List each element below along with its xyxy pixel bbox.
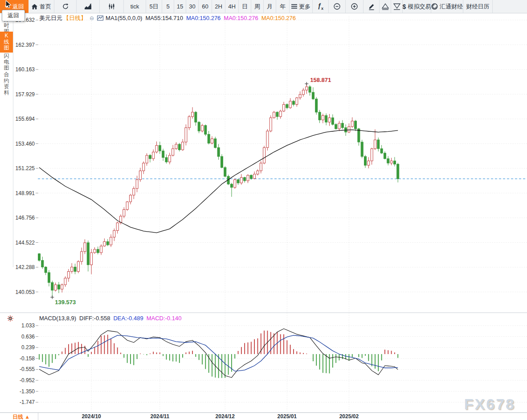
toolbar-line-chart-button[interactable] bbox=[77, 0, 100, 13]
back-button-label: 返回 bbox=[12, 3, 24, 11]
ma55-value: MA55:154.710 bbox=[145, 15, 183, 21]
sidebar-item-lightning-chart[interactable]: 闪 电 图 bbox=[0, 52, 13, 73]
price-axis-label: 162.397 bbox=[16, 42, 35, 48]
candle-body bbox=[335, 124, 337, 129]
symbol-name: 美元日元 bbox=[39, 15, 62, 21]
candle-body bbox=[286, 105, 288, 108]
chart-type-sidebar: 分 时 图K 线 图闪 电 图合 约 资 料 bbox=[0, 13, 13, 267]
candlestick-icon bbox=[108, 3, 115, 10]
candle-body bbox=[192, 112, 194, 117]
pencil-icon bbox=[368, 3, 375, 10]
dollar-icon: $ bbox=[403, 3, 406, 10]
indicator-settings-icon[interactable] bbox=[7, 315, 13, 323]
macd-legend: MACD(13,8,9)DIFF:-0.558DEA:-0.489MACD:-0… bbox=[39, 315, 184, 322]
toolbar-home-button[interactable]: 首页 bbox=[29, 0, 54, 13]
indicator-box-icon[interactable] bbox=[97, 15, 103, 21]
toolbar-5-button[interactable]: 5 bbox=[162, 0, 174, 13]
candle-body bbox=[113, 231, 115, 237]
toolbar-calendar-button[interactable]: 财经日历 bbox=[463, 0, 493, 13]
candle-body bbox=[322, 115, 324, 120]
toolbar-huitong-news-button[interactable]: 汇通财经 bbox=[431, 0, 463, 13]
candle-body bbox=[371, 149, 373, 161]
candle-body bbox=[244, 177, 246, 180]
mountain-chart-icon bbox=[84, 4, 92, 10]
x-axis-bar: 日线 ▲ 2024/102024/112024/122025/012025/02 bbox=[0, 412, 527, 420]
toolbar-15-label: 15 bbox=[177, 3, 183, 10]
toolbar-5d-button[interactable]: 5日 bbox=[146, 0, 162, 13]
candle-body bbox=[250, 175, 252, 178]
home-icon bbox=[31, 4, 38, 10]
toolbar-zoom-out-button[interactable] bbox=[329, 0, 346, 13]
toolbar-candlestick-button[interactable] bbox=[100, 0, 124, 13]
candle-body bbox=[110, 237, 112, 245]
toolbar-2h-button[interactable]: 2H bbox=[212, 0, 225, 13]
period-selector[interactable]: 日线 ▲ bbox=[12, 413, 30, 420]
back-tooltip: 返回 bbox=[2, 10, 25, 21]
toolbar-refresh-button[interactable] bbox=[54, 0, 77, 13]
x-axis-label: 2024/11 bbox=[147, 413, 173, 420]
toolbar-4h-button[interactable]: 4H bbox=[225, 0, 239, 13]
candle-body bbox=[211, 139, 213, 143]
candle-body bbox=[139, 171, 141, 180]
candle-body bbox=[133, 188, 135, 195]
period-label: 【日线】 bbox=[63, 15, 86, 21]
candle-body bbox=[377, 140, 380, 149]
price-axis-label: 153.460 bbox=[16, 141, 35, 147]
candle-body bbox=[361, 142, 363, 156]
toolbar-sim-trading-button[interactable]: $模拟交易 bbox=[403, 0, 431, 13]
candle-body bbox=[247, 175, 249, 180]
toolbar-more-button[interactable]: 更多 bbox=[290, 0, 313, 13]
toolbar-week-label: 周 bbox=[254, 3, 260, 11]
candle-body bbox=[315, 99, 318, 112]
toolbar-60-button[interactable]: 60 bbox=[199, 0, 212, 13]
toolbar-marker-down-button[interactable] bbox=[391, 0, 403, 13]
chart-canvas[interactable]: 164.632162.397160.163157.929155.694153.4… bbox=[0, 13, 527, 412]
candle-body bbox=[48, 273, 50, 282]
candle-body bbox=[397, 164, 399, 179]
candle-body bbox=[38, 254, 41, 261]
candle-body bbox=[41, 261, 44, 267]
candle-body bbox=[273, 112, 275, 118]
candle-body bbox=[312, 92, 314, 99]
candle-body bbox=[146, 155, 148, 163]
macd-axis-label: -0.555 bbox=[20, 366, 35, 372]
zoom-out-icon bbox=[333, 3, 341, 10]
eye-toggle-icon[interactable]: ⊖ bbox=[90, 15, 94, 21]
candle-body bbox=[61, 285, 63, 289]
candle-body bbox=[64, 278, 66, 285]
toolbar-tick-button[interactable]: tick bbox=[124, 0, 146, 13]
toolbar-marker-up-button[interactable] bbox=[380, 0, 391, 13]
candle-body bbox=[328, 118, 331, 122]
price-legend: 美元日元【日线】⊖MA1(55,0,0,0)MA55:154.710MA0:15… bbox=[39, 14, 299, 22]
sidebar-item-contract-info[interactable]: 合 约 资 料 bbox=[0, 70, 13, 97]
candle-body bbox=[159, 145, 161, 151]
toolbar-week-button[interactable]: 周 bbox=[251, 0, 264, 13]
toolbar-zoom-in-button[interactable] bbox=[346, 0, 364, 13]
candle-body bbox=[74, 267, 76, 272]
toolbar-month-button[interactable]: 月 bbox=[264, 0, 276, 13]
x-axis-label: 2024/12 bbox=[212, 413, 238, 420]
ma0-value-orange: MA0:150.276 bbox=[261, 15, 296, 21]
candle-body bbox=[348, 126, 350, 132]
fx-icon: ƒx bbox=[318, 2, 323, 11]
candle-body bbox=[103, 241, 106, 246]
candle-body bbox=[149, 155, 151, 159]
axis-separator bbox=[38, 413, 38, 420]
candle-body bbox=[129, 195, 131, 202]
toolbar-15-button[interactable]: 15 bbox=[174, 0, 186, 13]
toolbar-30-button[interactable]: 30 bbox=[186, 0, 199, 13]
toolbar-draw-button[interactable] bbox=[364, 0, 380, 13]
candle-body bbox=[319, 112, 321, 120]
candle-body bbox=[299, 94, 301, 98]
candle-body bbox=[230, 184, 233, 187]
toolbar-day-button[interactable]: 日 bbox=[239, 0, 251, 13]
candle-body bbox=[195, 112, 197, 122]
candle-body bbox=[67, 271, 69, 278]
toolbar-month-label: 月 bbox=[267, 3, 273, 11]
toolbar-fx-button[interactable]: ƒx bbox=[313, 0, 329, 13]
candle-body bbox=[292, 101, 294, 104]
macd-axis-label: -1.747 bbox=[20, 399, 35, 405]
toolbar-year-button[interactable]: 年 bbox=[276, 0, 290, 13]
sidebar-item-kline-chart[interactable]: K 线 图 bbox=[0, 32, 13, 53]
candle-body bbox=[390, 161, 392, 163]
